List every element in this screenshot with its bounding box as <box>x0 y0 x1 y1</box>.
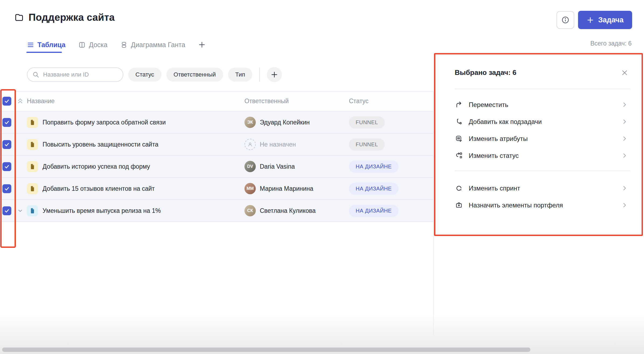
task-type-icon <box>27 117 38 128</box>
row-checkbox[interactable] <box>2 206 11 215</box>
chevron-right-icon <box>621 185 628 191</box>
gantt-icon <box>120 41 128 48</box>
portfolio-icon <box>455 202 463 209</box>
total-tasks-label: Всего задач: 6 <box>590 40 632 47</box>
app-root: Поддержка сайта Задача Таблица Доска <box>0 0 644 354</box>
tab-board[interactable]: Доска <box>78 41 107 49</box>
board-icon <box>78 41 86 48</box>
avatar: DV <box>244 161 256 172</box>
view-tabs: Таблица Доска Диаграмма Ганта <box>27 37 206 52</box>
table-row[interactable]: Добавить историю успеха под форму DV Dar… <box>0 156 433 178</box>
unassigned-avatar-icon <box>244 139 256 150</box>
info-icon <box>561 16 569 24</box>
select-all-checkbox[interactable] <box>2 97 11 106</box>
panel-menu-item[interactable]: Добавить как подзадачи <box>435 113 642 130</box>
tab-table[interactable]: Таблица <box>27 41 65 49</box>
table-body: Поправить форму запроса обратной связи Э… <box>0 112 433 222</box>
panel-menu-item[interactable]: Изменить спринт <box>435 180 642 197</box>
status-badge[interactable]: НА ДИЗАЙНЕ <box>349 161 398 173</box>
avatar: ММ <box>244 183 256 194</box>
task-title: Добавить историю успеха под форму <box>43 163 150 170</box>
page-header: Поддержка сайта <box>14 12 115 23</box>
chevron-down-icon[interactable] <box>17 207 24 214</box>
row-checkbox[interactable] <box>2 140 11 149</box>
task-title: Поправить форму запроса обратной связи <box>43 119 166 126</box>
assignee-name: Эдуард Копейкин <box>260 119 310 126</box>
subtask-icon <box>455 118 463 125</box>
add-filter-button[interactable] <box>267 67 282 82</box>
task-title: Добавить 15 отзывов клиентов на сайт <box>43 185 155 192</box>
panel-menu-item[interactable]: Изменить статус <box>435 147 642 164</box>
table-header: Название Ответственный Статус <box>0 91 433 112</box>
row-checkbox[interactable] <box>2 162 11 171</box>
avatar: СК <box>244 205 256 216</box>
horizontal-scrollbar[interactable] <box>2 348 530 352</box>
assignee-name: Не назначен <box>260 141 296 148</box>
info-button[interactable] <box>556 11 574 29</box>
task-table: Название Ответственный Статус Поправить … <box>0 91 433 222</box>
search-box[interactable] <box>27 67 123 82</box>
status-badge[interactable]: FUNNEL <box>349 116 385 129</box>
status-badge[interactable]: НА ДИЗАЙНЕ <box>349 205 398 217</box>
table-row[interactable]: Повысить уровень защищенности сайта Не н… <box>0 134 433 156</box>
chevron-right-icon <box>621 202 628 208</box>
assignee-name: Марина Маринина <box>260 185 313 192</box>
filter-chip-type[interactable]: Тип <box>228 68 253 82</box>
content-divider <box>433 92 434 335</box>
bulk-actions-panel: Выбрано задач: 6 Переместить Добавить ка… <box>434 53 643 236</box>
task-title: Повысить уровень защищенности сайта <box>43 141 158 148</box>
attributes-icon <box>455 135 463 142</box>
table-row[interactable]: Поправить форму запроса обратной связи Э… <box>0 112 433 134</box>
add-task-label: Задача <box>598 16 624 24</box>
plus-icon <box>271 71 278 78</box>
chevron-right-icon <box>621 119 628 125</box>
assignee-name: Daria Vasina <box>260 163 295 170</box>
task-type-icon <box>27 205 38 216</box>
close-icon[interactable] <box>621 69 628 76</box>
filter-chip-status[interactable]: Статус <box>128 68 162 82</box>
table-row[interactable]: Уменьшить время выпуска релиза на 1% СК … <box>0 200 433 222</box>
column-header-assignee[interactable]: Ответственный <box>244 98 289 105</box>
avatar: ЭК <box>244 117 256 128</box>
chevron-right-icon <box>621 102 628 108</box>
panel-menu-item[interactable]: Назначить элементы портфеля <box>435 197 642 214</box>
sort-icon[interactable] <box>17 98 24 105</box>
task-title: Уменьшить время выпуска релиза на 1% <box>43 207 161 214</box>
tab-gantt[interactable]: Диаграмма Ганта <box>120 41 185 49</box>
filter-divider <box>259 68 260 82</box>
assignee-name: Светлана Куликова <box>260 207 316 214</box>
page-title: Поддержка сайта <box>29 12 115 23</box>
plus-icon <box>587 16 594 24</box>
active-tab-underline <box>26 52 62 53</box>
row-checkbox[interactable] <box>2 184 11 193</box>
status-badge[interactable]: FUNNEL <box>349 138 385 151</box>
folder-icon <box>14 12 24 23</box>
search-icon <box>32 71 39 78</box>
panel-menu-item[interactable]: Изменить атрибуты <box>435 130 642 147</box>
row-checkbox[interactable] <box>2 118 11 127</box>
filter-bar: Статус Ответственный Тип <box>27 67 282 82</box>
sprint-icon <box>455 185 463 192</box>
filter-chip-assignee[interactable]: Ответственный <box>166 68 223 82</box>
add-view-button[interactable] <box>198 41 206 48</box>
move-icon <box>455 101 463 108</box>
panel-menu-item[interactable]: Переместить <box>435 96 642 113</box>
task-type-icon <box>27 139 38 150</box>
plus-icon <box>198 41 206 48</box>
panel-title: Выбрано задач: 6 <box>455 68 516 77</box>
task-type-icon <box>27 183 38 194</box>
chevron-right-icon <box>621 152 628 159</box>
chevron-right-icon <box>621 136 628 142</box>
status-icon <box>455 152 463 159</box>
add-task-button[interactable]: Задача <box>578 11 632 29</box>
column-header-name[interactable]: Название <box>27 98 55 105</box>
column-header-status[interactable]: Статус <box>349 98 369 105</box>
status-badge[interactable]: НА ДИЗАЙНЕ <box>349 183 398 195</box>
task-type-icon <box>27 161 38 172</box>
table-row[interactable]: Добавить 15 отзывов клиентов на сайт ММ … <box>0 178 433 200</box>
search-input[interactable] <box>43 71 108 78</box>
table-icon <box>27 41 34 48</box>
